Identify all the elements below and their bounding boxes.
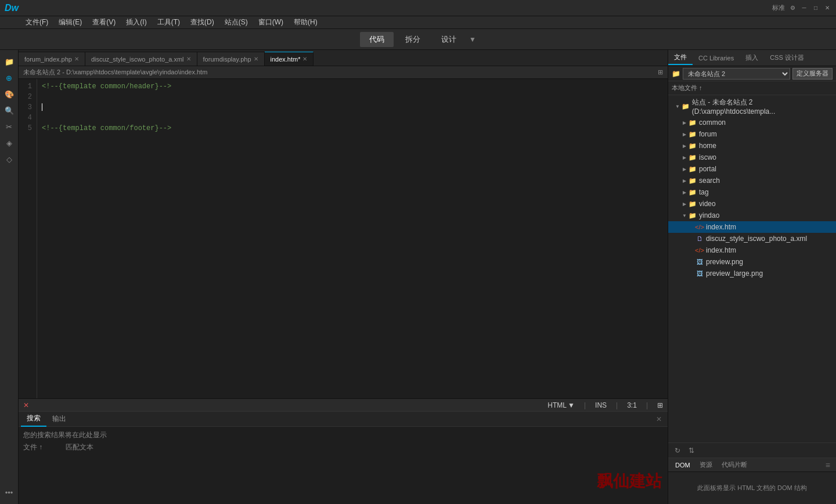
tree-item-yindao[interactable]: ▼ 📁 yindao <box>668 210 836 221</box>
search-tab[interactable]: 搜索 <box>21 411 46 427</box>
right-tab-cc-libraries[interactable]: CC Libraries <box>693 52 740 64</box>
html-file-icon: </> <box>695 222 704 232</box>
tree-arrow-icon: ▶ <box>681 119 688 126</box>
tree-arrow-icon: ▼ <box>674 103 681 110</box>
ins-mode: INS <box>595 401 607 409</box>
language-selector[interactable]: HTML ▼ <box>547 401 575 409</box>
split-view-button[interactable]: 拆分 <box>396 32 430 47</box>
tree-item-tag[interactable]: ▶ 📁 tag <box>668 186 836 198</box>
right-tab-css-designer[interactable]: CSS 设计器 <box>764 51 810 64</box>
menu-view[interactable]: 查看(V) <box>88 16 120 28</box>
right-bottom-tabs: DOM 资源 代码片断 ≡ <box>668 458 836 472</box>
tree-item-index-htm-active[interactable]: </> index.htm <box>668 221 836 233</box>
menu-edit[interactable]: 编辑(E) <box>54 16 87 28</box>
sidebar-insert-icon[interactable]: ⊕ <box>2 71 16 85</box>
tab-close-icon[interactable]: ✕ <box>254 56 258 62</box>
lang-label: HTML <box>547 401 567 409</box>
tab-forumdisplay[interactable]: forumdisplay.php ✕ <box>197 52 265 66</box>
bottom-panel-close-button[interactable]: ✕ <box>653 415 665 423</box>
dom-tab[interactable]: DOM <box>671 460 695 470</box>
tree-arrow-icon <box>688 247 695 254</box>
maximize-button[interactable]: □ <box>812 4 820 12</box>
close-button[interactable]: ✕ <box>823 4 831 12</box>
dw-logo: Dw <box>5 3 19 13</box>
tree-item-forum[interactable]: ▶ 📁 forum <box>668 128 836 140</box>
code-line-3 <box>42 102 42 113</box>
tab-discuz-style[interactable]: discuz_style_iscwo_photo_a.xml ✕ <box>85 52 197 66</box>
title-bar-right: 标准 ⚙ ─ □ ✕ <box>772 3 831 12</box>
panel-menu-icon[interactable]: ≡ <box>822 460 834 470</box>
tab-close-icon[interactable]: ✕ <box>186 56 191 62</box>
folder-icon: 📁 <box>688 153 697 162</box>
tab-bar: forum_index.php ✕ discuz_style_iscwo_pho… <box>19 50 668 66</box>
sidebar-snippets-icon[interactable]: ✂ <box>2 120 16 134</box>
menu-items: 文件(F) 编辑(E) 查看(V) 插入(I) 工具(T) 查找(D) 站点(S… <box>21 16 322 28</box>
folder-icon: 📁 <box>688 199 697 208</box>
tree-item-video[interactable]: ▶ 📁 video <box>668 198 836 210</box>
expand-icon[interactable]: ⊞ <box>658 69 663 76</box>
error-icon: ✕ <box>23 401 29 409</box>
menu-file[interactable]: 文件(F) <box>21 16 53 28</box>
sidebar-dom-icon[interactable]: ◈ <box>2 136 16 150</box>
sidebar-find-icon[interactable]: 🔍 <box>2 103 16 117</box>
editor-column: forum_index.php ✕ discuz_style_iscwo_pho… <box>19 50 668 504</box>
toolbar: 代码 拆分 设计 ▼ <box>0 29 836 50</box>
menu-window[interactable]: 窗口(W) <box>254 16 288 28</box>
menu-help[interactable]: 帮助(H) <box>289 16 322 28</box>
tab-close-icon[interactable]: ✕ <box>302 56 307 62</box>
file-label: index.htm <box>706 223 736 231</box>
menu-insert[interactable]: 插入(I) <box>121 16 151 28</box>
tree-item-home[interactable]: ▶ 📁 home <box>668 140 836 152</box>
tree-item-iscwo[interactable]: ▶ 📁 iscwo <box>668 152 836 163</box>
code-editor[interactable]: 1 2 3 4 5 <!--{template common/header}--… <box>19 79 668 398</box>
tree-item-common[interactable]: ▶ 📁 common <box>668 117 836 128</box>
define-server-button[interactable]: 定义服务器 <box>792 68 833 80</box>
minimize-button[interactable]: ─ <box>800 4 808 12</box>
right-panel: 文件 CC Libraries 插入 CSS 设计器 📁 未命名站点 2 定义服… <box>668 50 836 504</box>
tree-item-search[interactable]: ▶ 📁 search <box>668 175 836 186</box>
sidebar-css-icon[interactable]: 🎨 <box>2 87 16 101</box>
tree-arrow-icon: ▶ <box>681 165 688 172</box>
code-content[interactable]: <!--{template common/header}--> <!--{tem… <box>37 79 668 398</box>
code-view-button[interactable]: 代码 <box>360 32 394 47</box>
menu-tools[interactable]: 工具(T) <box>153 16 185 28</box>
design-view-button[interactable]: 设计 <box>432 32 466 47</box>
snippets-tab[interactable]: 代码片断 <box>717 459 752 470</box>
right-bottom-toolbar: ↻ ⇅ <box>668 442 836 458</box>
right-tab-insert[interactable]: 插入 <box>740 51 764 64</box>
file-tree: ▼ 📁 站点 - 未命名站点 2 (D:\xampp\htdocs\templa… <box>668 95 836 442</box>
tree-item-portal[interactable]: ▶ 📁 portal <box>668 163 836 175</box>
tab-close-icon[interactable]: ✕ <box>74 56 79 62</box>
tree-item-preview-png[interactable]: 🖼 preview.png <box>668 256 836 268</box>
tree-arrow-icon <box>688 270 695 277</box>
file-path-bar: 未命名站点 2 - D:\xampp\htdocs\template\avgle… <box>19 66 668 79</box>
refresh-icon[interactable]: ↻ <box>672 445 683 456</box>
tab-index-htm[interactable]: index.htm* ✕ <box>265 52 314 66</box>
grid-icon[interactable]: ⊞ <box>657 401 663 409</box>
menu-site[interactable]: 站点(S) <box>220 16 253 28</box>
image-file-icon: 🖼 <box>695 257 704 267</box>
sidebar-files-icon[interactable]: 📁 <box>2 55 16 69</box>
file-column-header: 文件 ↑ <box>23 442 42 452</box>
file-label: preview.png <box>706 258 743 266</box>
site-selector[interactable]: 未命名站点 2 <box>683 68 790 80</box>
file-label: index.htm <box>706 246 736 254</box>
file-label: preview_large.png <box>706 269 763 278</box>
sidebar-more-icon[interactable]: ••• <box>2 485 16 499</box>
connect-icon[interactable]: ⇅ <box>686 445 697 456</box>
tree-item-index-htm[interactable]: </> index.htm <box>668 244 836 256</box>
tree-item-preview-large-png[interactable]: 🖼 preview_large.png <box>668 268 836 279</box>
tab-forum-index[interactable]: forum_index.php ✕ <box>19 52 85 66</box>
assets-tab[interactable]: 资源 <box>695 459 717 470</box>
bottom-content: 您的搜索结果将在此处显示 文件 ↑ 匹配文本 <box>19 427 668 504</box>
menu-find[interactable]: 查找(D) <box>186 16 219 28</box>
settings-icon[interactable]: ⚙ <box>788 4 797 12</box>
html-file-icon: </> <box>695 246 704 255</box>
folder-label: video <box>699 200 716 208</box>
tree-site-root[interactable]: ▼ 📁 站点 - 未命名站点 2 (D:\xampp\htdocs\templa… <box>668 96 836 117</box>
design-arrow-icon[interactable]: ▼ <box>469 35 476 44</box>
tree-item-discuz-xml[interactable]: 🗋 discuz_style_iscwo_photo_a.xml <box>668 233 836 244</box>
sidebar-assets-icon[interactable]: ◇ <box>2 152 16 166</box>
right-tab-files[interactable]: 文件 <box>668 51 693 65</box>
output-tab[interactable]: 输出 <box>46 412 72 426</box>
